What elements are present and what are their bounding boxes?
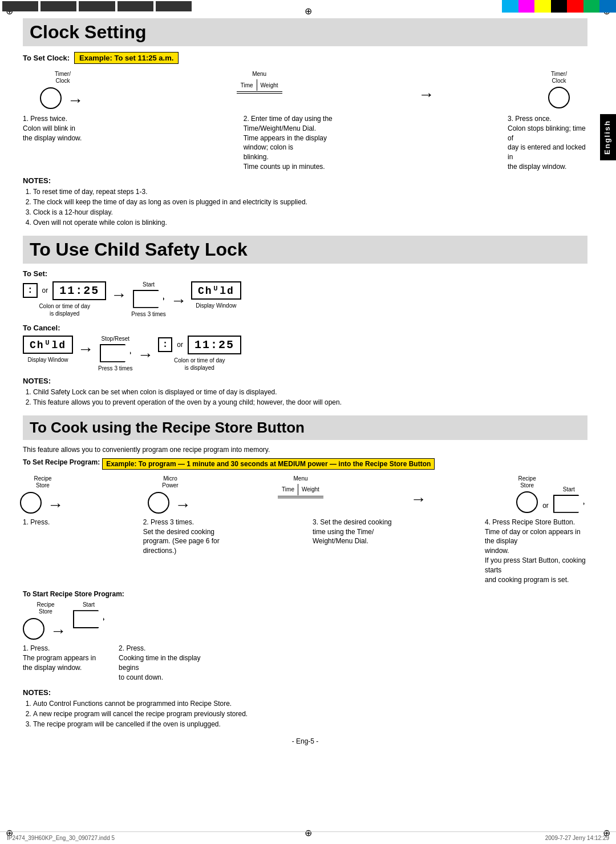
child-lock-header: To Use Child Safety Lock bbox=[23, 236, 587, 264]
child-lock-note-2: This feature allows you to prevent opera… bbox=[33, 397, 587, 407]
arrow-cancel-2: → bbox=[137, 346, 153, 364]
child-lock-notes: NOTES: Child Safety Lock can be set when… bbox=[23, 377, 587, 407]
start-label: Start bbox=[143, 281, 155, 288]
lcd-1125-set: 11:25 bbox=[52, 281, 106, 300]
child-lock-notes-title: NOTES: bbox=[23, 377, 587, 385]
recipe-step2-block: MicroPower → bbox=[148, 475, 193, 514]
clock-notes-list: To reset time of day, repeat steps 1-3. … bbox=[23, 187, 587, 228]
start-rs-arrow: → bbox=[50, 622, 66, 640]
cancel-child-block: Chᵁld Display Window bbox=[23, 336, 73, 364]
start-btn-2 bbox=[73, 610, 104, 628]
recipe-arrow2: → bbox=[175, 496, 191, 514]
recipe-dial-line-bot bbox=[278, 498, 323, 498]
recipe-step1-block: RecipeStore → bbox=[23, 475, 63, 514]
top-color-bar bbox=[502, 0, 616, 13]
lcd-1125-cancel: 11:25 bbox=[188, 336, 241, 354]
stop-reset-button-shape bbox=[100, 344, 131, 362]
bottom-bar: IP2474_39H60KP_Eng_30_090727.indd 5 2009… bbox=[0, 831, 616, 844]
start-btn-recipe bbox=[553, 495, 585, 513]
recipe-weight-label: Weight bbox=[302, 486, 319, 492]
colon-label-2: Colon or time of dayis displayed bbox=[174, 357, 225, 371]
clock-notes: NOTES: To reset time of day, repeat step… bbox=[23, 176, 587, 228]
start-btn4-wrap: Start bbox=[553, 486, 585, 513]
recipe-note-2: A new recipe program will cancel the rec… bbox=[33, 709, 587, 719]
to-set-clock-row: To Set Clock: Example: To set 11:25 a.m. bbox=[23, 52, 587, 64]
start-button-shape bbox=[133, 290, 164, 308]
child-lock-title: To Use Child Safety Lock bbox=[30, 239, 581, 260]
color-green bbox=[583, 0, 600, 13]
bottom-date: 2009-7-27 Jerry 14:12:29 bbox=[545, 835, 609, 841]
or-text-recipe: or bbox=[542, 502, 549, 510]
press3-label-set: Press 3 times bbox=[131, 310, 166, 318]
main-content: Clock Setting To Set Clock: Example: To … bbox=[0, 13, 616, 831]
clock-step-descs: 1. Press twice. Colon will blink in the … bbox=[23, 114, 587, 172]
recipe-time-label: Time bbox=[282, 486, 294, 492]
to-set-diagram: : or 11:25 Colon or time of dayis displa… bbox=[23, 281, 587, 318]
start-rs-btn bbox=[23, 618, 44, 640]
to-set-clock-label: To Set Clock: bbox=[23, 54, 70, 62]
recipe-desc2: 2. Press 3 times. Set the desired cookin… bbox=[143, 518, 220, 585]
color-red bbox=[567, 0, 583, 13]
clock-note-2: The clock will keep the time of day as l… bbox=[33, 197, 587, 207]
recipe-notes-title: NOTES: bbox=[23, 688, 587, 697]
clock-middle: Menu Time Weight bbox=[197, 71, 322, 94]
clock-desc3: 3. Press once. Colon stops blinking; tim… bbox=[508, 114, 587, 172]
start-btn-block-2: Start bbox=[73, 601, 104, 628]
recipe-arrow1: → bbox=[47, 496, 63, 514]
recipe-desc1: 1. Press. bbox=[23, 518, 50, 585]
recipe-dial-divider bbox=[298, 484, 298, 495]
page-footer-center: - Eng-5 - bbox=[23, 737, 587, 745]
color-blue bbox=[599, 0, 616, 13]
top-black-bar bbox=[0, 0, 194, 13]
recipe-store-btn-1 bbox=[20, 492, 42, 514]
recipe-set-label: To Set Recipe Program: bbox=[23, 458, 100, 466]
or-text-1: or bbox=[42, 286, 48, 294]
clock-step1-label: Timer/Clock bbox=[55, 71, 71, 84]
recipe-program-row: To Set Recipe Program: Example: To progr… bbox=[23, 458, 587, 470]
recipe-dial-line-top bbox=[278, 496, 323, 496]
timer-clock-btn-1 bbox=[40, 87, 62, 109]
or-text-2: or bbox=[177, 341, 183, 349]
clock-desc2: 2. Enter time of day using the Time/Weig… bbox=[244, 114, 346, 172]
clock-note-1: To reset time of day, repeat steps 1-3. bbox=[33, 187, 587, 197]
clock-step1-block: Timer/Clock → bbox=[23, 71, 103, 110]
color-cyan bbox=[502, 0, 518, 13]
display-window-cancel: Display Window bbox=[27, 356, 68, 364]
recipe-store-label-4: RecipeStore bbox=[518, 475, 536, 489]
arrow-set-1: → bbox=[111, 286, 127, 304]
arrow2-wrap: → bbox=[416, 81, 436, 104]
cancel-display-block: : or 11:25 Colon or time of dayis displa… bbox=[158, 336, 241, 371]
to-cancel-diagram: Chᵁld Display Window → Stop/Reset Press … bbox=[23, 336, 587, 372]
recipe-store-title: To Cook using the Recipe Store Button bbox=[30, 419, 581, 437]
start-desc1: 1. Press. The program appears in the dis… bbox=[23, 644, 96, 682]
clock-desc1: 1. Press twice. Colon will blink in the … bbox=[23, 114, 82, 172]
to-set-section: To Set: : or 11:25 Colon or time of dayi… bbox=[23, 269, 587, 318]
recipe-desc3: 3. Set the desired cooking time using th… bbox=[313, 518, 392, 585]
start-label-2: Start bbox=[83, 601, 95, 608]
arrow1: → bbox=[67, 91, 83, 110]
child-lock-note-1: Child Safety Lock can be set when colon … bbox=[33, 387, 587, 397]
start-desc2: 2. Press. Cooking time in the display be… bbox=[119, 644, 221, 682]
child-display-block: Chᵁld Display Window bbox=[191, 281, 241, 309]
recipe-store-btn-4 bbox=[516, 491, 538, 513]
lcd-child-cancel: Chᵁld bbox=[23, 336, 73, 354]
start-rs-block: RecipeStore → bbox=[23, 601, 68, 640]
clock-step3-block: Timer/Clock bbox=[530, 71, 587, 108]
color-magenta bbox=[518, 0, 535, 13]
recipe-note-1: Auto Control Functions cannot be program… bbox=[33, 698, 587, 709]
arrow2: → bbox=[418, 86, 434, 104]
colon-label-1: Colon or time of dayis displayed bbox=[39, 302, 90, 317]
color-yellow bbox=[534, 0, 551, 13]
to-start-section: To Start Recipe Store Program: RecipeSto… bbox=[23, 590, 587, 682]
to-set-display-block: : or 11:25 Colon or time of dayis displa… bbox=[23, 281, 106, 317]
micro-power-btn bbox=[148, 492, 169, 514]
recipe-example-box: Example: To program — 1 minute and 30 se… bbox=[102, 458, 435, 470]
recipe-desc4: 4. Press Recipe Store Button. Time of da… bbox=[485, 518, 587, 585]
clock-note-3: Clock is a 12-hour display. bbox=[33, 207, 587, 217]
recipe-store-header: To Cook using the Recipe Store Button bbox=[23, 415, 587, 440]
to-set-label: To Set: bbox=[23, 269, 587, 278]
recipe-intro: This feature allows you to conveniently … bbox=[23, 446, 587, 454]
recipe-store-btn4-wrap: RecipeStore bbox=[516, 475, 538, 513]
recipe-store-label-1: RecipeStore bbox=[34, 475, 51, 489]
cancel-colon-box: : bbox=[158, 337, 173, 352]
